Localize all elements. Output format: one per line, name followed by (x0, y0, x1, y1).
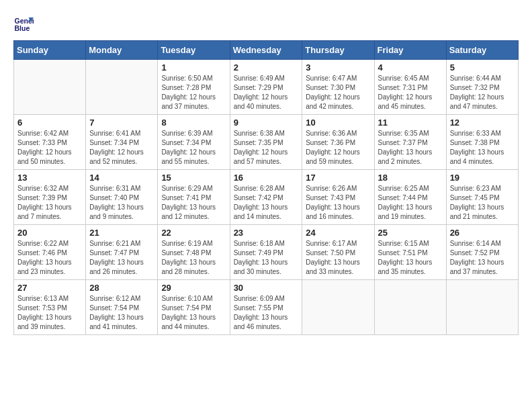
day-number: 5 (450, 62, 515, 73)
day-info: Sunrise: 6:36 AM Sunset: 7:36 PM Dayligh… (306, 129, 370, 167)
calendar-cell: 2Sunrise: 6:49 AM Sunset: 7:29 PM Daylig… (230, 60, 302, 115)
day-info: Sunrise: 6:12 AM Sunset: 7:54 PM Dayligh… (89, 294, 154, 332)
day-info: Sunrise: 6:38 AM Sunset: 7:35 PM Dayligh… (234, 129, 299, 167)
calendar-cell: 18Sunrise: 6:25 AM Sunset: 7:44 PM Dayli… (374, 170, 446, 225)
day-info: Sunrise: 6:45 AM Sunset: 7:31 PM Dayligh… (378, 74, 443, 111)
weekday-header-thursday: Thursday (302, 41, 374, 60)
day-info: Sunrise: 6:19 AM Sunset: 7:48 PM Dayligh… (161, 239, 226, 277)
weekday-header-monday: Monday (86, 41, 158, 60)
day-info: Sunrise: 6:10 AM Sunset: 7:54 PM Dayligh… (161, 294, 226, 332)
day-info: Sunrise: 6:50 AM Sunset: 7:28 PM Dayligh… (161, 74, 226, 111)
calendar-cell: 1Sunrise: 6:50 AM Sunset: 7:28 PM Daylig… (158, 60, 230, 115)
calendar-cell: 21Sunrise: 6:21 AM Sunset: 7:47 PM Dayli… (86, 225, 158, 280)
calendar-cell: 22Sunrise: 6:19 AM Sunset: 7:48 PM Dayli… (158, 225, 230, 280)
calendar-cell: 13Sunrise: 6:32 AM Sunset: 7:39 PM Dayli… (14, 170, 86, 225)
calendar-cell: 11Sunrise: 6:35 AM Sunset: 7:37 PM Dayli… (374, 115, 446, 170)
day-info: Sunrise: 6:42 AM Sunset: 7:33 PM Dayligh… (17, 129, 82, 167)
day-number: 9 (234, 118, 299, 128)
calendar-cell (86, 60, 158, 115)
calendar-cell: 20Sunrise: 6:22 AM Sunset: 7:46 PM Dayli… (14, 225, 86, 280)
calendar-cell: 9Sunrise: 6:38 AM Sunset: 7:35 PM Daylig… (230, 115, 302, 170)
calendar-cell: 27Sunrise: 6:13 AM Sunset: 7:53 PM Dayli… (14, 280, 86, 335)
day-info: Sunrise: 6:22 AM Sunset: 7:46 PM Dayligh… (17, 239, 82, 277)
day-number: 25 (378, 228, 443, 238)
day-number: 2 (234, 62, 299, 73)
day-number: 20 (17, 228, 82, 238)
weekday-header-wednesday: Wednesday (230, 41, 302, 60)
day-number: 23 (234, 228, 299, 238)
calendar-cell: 4Sunrise: 6:45 AM Sunset: 7:31 PM Daylig… (374, 60, 446, 115)
day-info: Sunrise: 6:13 AM Sunset: 7:53 PM Dayligh… (17, 294, 82, 332)
calendar-cell: 23Sunrise: 6:18 AM Sunset: 7:49 PM Dayli… (230, 225, 302, 280)
day-info: Sunrise: 6:21 AM Sunset: 7:47 PM Dayligh… (89, 239, 154, 277)
day-info: Sunrise: 6:35 AM Sunset: 7:37 PM Dayligh… (378, 129, 443, 167)
logo-icon: General Blue (13, 13, 34, 34)
day-info: Sunrise: 6:17 AM Sunset: 7:50 PM Dayligh… (306, 239, 370, 277)
day-number: 22 (161, 228, 226, 238)
calendar-cell: 7Sunrise: 6:41 AM Sunset: 7:34 PM Daylig… (86, 115, 158, 170)
day-number: 27 (17, 283, 82, 293)
calendar-cell: 24Sunrise: 6:17 AM Sunset: 7:50 PM Dayli… (302, 225, 374, 280)
calendar-cell: 28Sunrise: 6:12 AM Sunset: 7:54 PM Dayli… (86, 280, 158, 335)
day-number: 13 (17, 173, 82, 183)
day-number: 18 (378, 173, 443, 183)
day-info: Sunrise: 6:44 AM Sunset: 7:32 PM Dayligh… (450, 74, 515, 111)
calendar-cell: 8Sunrise: 6:39 AM Sunset: 7:34 PM Daylig… (158, 115, 230, 170)
calendar-week-row: 20Sunrise: 6:22 AM Sunset: 7:46 PM Dayli… (14, 225, 519, 280)
logo: General Blue (13, 13, 36, 34)
day-number: 26 (450, 228, 515, 238)
calendar-cell: 12Sunrise: 6:33 AM Sunset: 7:38 PM Dayli… (446, 115, 518, 170)
day-number: 28 (89, 283, 154, 293)
day-number: 6 (17, 118, 82, 128)
calendar-week-row: 13Sunrise: 6:32 AM Sunset: 7:39 PM Dayli… (14, 170, 519, 225)
page-header: General Blue (13, 13, 519, 34)
day-info: Sunrise: 6:26 AM Sunset: 7:43 PM Dayligh… (306, 184, 370, 222)
weekday-header-tuesday: Tuesday (158, 41, 230, 60)
day-info: Sunrise: 6:14 AM Sunset: 7:52 PM Dayligh… (450, 239, 515, 277)
calendar-cell: 30Sunrise: 6:09 AM Sunset: 7:55 PM Dayli… (230, 280, 302, 335)
weekday-header-row: SundayMondayTuesdayWednesdayThursdayFrid… (14, 41, 519, 60)
calendar-table: SundayMondayTuesdayWednesdayThursdayFrid… (13, 40, 519, 335)
day-number: 19 (450, 173, 515, 183)
calendar-cell: 5Sunrise: 6:44 AM Sunset: 7:32 PM Daylig… (446, 60, 518, 115)
day-info: Sunrise: 6:18 AM Sunset: 7:49 PM Dayligh… (234, 239, 299, 277)
day-number: 14 (89, 173, 154, 183)
day-number: 7 (89, 118, 154, 128)
day-number: 16 (234, 173, 299, 183)
day-number: 10 (306, 118, 370, 128)
day-info: Sunrise: 6:28 AM Sunset: 7:42 PM Dayligh… (234, 184, 299, 222)
day-info: Sunrise: 6:41 AM Sunset: 7:34 PM Dayligh… (89, 129, 154, 167)
calendar-cell: 6Sunrise: 6:42 AM Sunset: 7:33 PM Daylig… (14, 115, 86, 170)
calendar-cell (302, 280, 374, 335)
day-number: 29 (161, 283, 226, 293)
calendar-cell: 19Sunrise: 6:23 AM Sunset: 7:45 PM Dayli… (446, 170, 518, 225)
calendar-cell: 14Sunrise: 6:31 AM Sunset: 7:40 PM Dayli… (86, 170, 158, 225)
calendar-cell: 3Sunrise: 6:47 AM Sunset: 7:30 PM Daylig… (302, 60, 374, 115)
calendar-cell: 29Sunrise: 6:10 AM Sunset: 7:54 PM Dayli… (158, 280, 230, 335)
weekday-header-sunday: Sunday (14, 41, 86, 60)
calendar-cell (374, 280, 446, 335)
day-number: 21 (89, 228, 154, 238)
day-info: Sunrise: 6:31 AM Sunset: 7:40 PM Dayligh… (89, 184, 154, 222)
svg-text:Blue: Blue (15, 24, 30, 32)
day-number: 30 (234, 283, 299, 293)
day-number: 12 (450, 118, 515, 128)
calendar-cell: 17Sunrise: 6:26 AM Sunset: 7:43 PM Dayli… (302, 170, 374, 225)
calendar-cell: 15Sunrise: 6:29 AM Sunset: 7:41 PM Dayli… (158, 170, 230, 225)
calendar-cell: 10Sunrise: 6:36 AM Sunset: 7:36 PM Dayli… (302, 115, 374, 170)
day-info: Sunrise: 6:47 AM Sunset: 7:30 PM Dayligh… (306, 74, 370, 111)
day-number: 4 (378, 62, 443, 73)
calendar-cell (446, 280, 518, 335)
calendar-week-row: 27Sunrise: 6:13 AM Sunset: 7:53 PM Dayli… (14, 280, 519, 335)
weekday-header-friday: Friday (374, 41, 446, 60)
day-number: 24 (306, 228, 370, 238)
calendar-cell (14, 60, 86, 115)
day-number: 8 (161, 118, 226, 128)
calendar-cell: 26Sunrise: 6:14 AM Sunset: 7:52 PM Dayli… (446, 225, 518, 280)
calendar-cell: 16Sunrise: 6:28 AM Sunset: 7:42 PM Dayli… (230, 170, 302, 225)
day-info: Sunrise: 6:32 AM Sunset: 7:39 PM Dayligh… (17, 184, 82, 222)
day-number: 11 (378, 118, 443, 128)
day-info: Sunrise: 6:29 AM Sunset: 7:41 PM Dayligh… (161, 184, 226, 222)
day-info: Sunrise: 6:23 AM Sunset: 7:45 PM Dayligh… (450, 184, 515, 222)
day-info: Sunrise: 6:09 AM Sunset: 7:55 PM Dayligh… (234, 294, 299, 332)
